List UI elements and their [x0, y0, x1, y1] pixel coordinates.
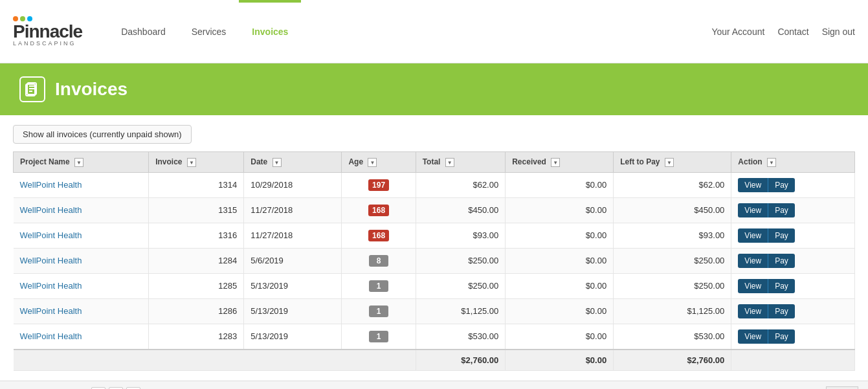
cell-total: $1,125.00 — [416, 298, 506, 324]
view-button[interactable]: View — [738, 228, 768, 243]
sort-left-to-pay[interactable]: ▼ — [665, 158, 674, 167]
action-buttons: ViewPay — [738, 230, 794, 240]
banner-icon — [19, 76, 45, 102]
logo-dot-blue — [27, 16, 32, 21]
project-link[interactable]: WellPoint Health — [20, 205, 82, 215]
cell-date: 11/27/2018 — [244, 223, 342, 248]
logo-dot-green — [20, 16, 25, 21]
sort-invoice[interactable]: ▼ — [187, 158, 196, 167]
project-link[interactable]: WellPoint Health — [20, 256, 82, 265]
age-badge: 168 — [368, 230, 389, 241]
cell-project: WellPoint Health — [14, 172, 149, 197]
sort-action[interactable]: ▼ — [767, 158, 776, 167]
action-buttons: ViewPay — [738, 205, 794, 215]
content-area: Show all invoices (currently unpaid show… — [0, 115, 868, 381]
sort-project-name[interactable]: ▼ — [74, 158, 83, 167]
col-age: Age ▼ — [342, 152, 416, 173]
totals-row: $2,760.00 $0.00 $2,760.00 — [14, 350, 855, 371]
action-buttons: ViewPay — [738, 256, 794, 265]
table-row: WellPoint Health 1314 10/29/2018 197 $62… — [14, 172, 855, 197]
cell-invoice: 1315 — [149, 197, 244, 223]
cell-left-to-pay: $62.00 — [614, 172, 731, 197]
pay-button[interactable]: Pay — [768, 228, 795, 243]
cell-action: ViewPay — [731, 172, 855, 197]
filter-invoices-button[interactable]: Show all invoices (currently unpaid show… — [13, 125, 192, 144]
table-body: WellPoint Health 1314 10/29/2018 197 $62… — [14, 172, 855, 370]
pagination-right: Page size: 10 25 50 — [781, 386, 858, 389]
totals-action-empty — [731, 350, 855, 371]
page-size-select[interactable]: 10 25 50 — [826, 386, 858, 389]
cell-invoice: 1285 — [149, 273, 244, 298]
cell-date: 5/13/2019 — [244, 273, 342, 298]
cell-left-to-pay: $1,125.00 — [614, 298, 731, 324]
cell-left-to-pay: $93.00 — [614, 223, 731, 248]
table-row: WellPoint Health 1285 5/13/2019 1 $250.0… — [14, 273, 855, 298]
pay-button[interactable]: Pay — [768, 329, 795, 344]
cell-invoice: 1284 — [149, 248, 244, 273]
your-account-link[interactable]: Your Account — [711, 27, 764, 37]
cell-project: WellPoint Health — [14, 324, 149, 350]
sign-out-link[interactable]: Sign out — [822, 27, 855, 37]
logo-dot-orange — [13, 16, 18, 21]
view-button[interactable]: View — [738, 304, 768, 318]
cell-left-to-pay: $250.00 — [614, 248, 731, 273]
logo: Pinnacle LANDSCAPING — [13, 16, 82, 47]
col-invoice: Invoice ▼ — [149, 152, 244, 173]
pay-button[interactable]: Pay — [768, 304, 795, 318]
sort-total[interactable]: ▼ — [445, 158, 454, 167]
cell-received: $0.00 — [506, 298, 614, 324]
cell-action: ViewPay — [731, 273, 855, 298]
table-row: WellPoint Health 1315 11/27/2018 168 $45… — [14, 197, 855, 223]
sort-received[interactable]: ▼ — [551, 158, 560, 167]
project-link[interactable]: WellPoint Health — [20, 306, 82, 316]
cell-received: $0.00 — [506, 248, 614, 273]
contact-link[interactable]: Contact — [777, 27, 808, 37]
nav-dashboard[interactable]: Dashboard — [108, 0, 179, 63]
pay-button[interactable]: Pay — [768, 279, 795, 293]
project-link[interactable]: WellPoint Health — [20, 230, 82, 240]
cell-project: WellPoint Health — [14, 197, 149, 223]
cell-invoice: 1286 — [149, 298, 244, 324]
pay-button[interactable]: Pay — [768, 254, 795, 268]
cell-age: 197 — [342, 172, 416, 197]
view-button[interactable]: View — [738, 178, 768, 192]
svg-rect-2 — [29, 88, 34, 89]
cell-invoice: 1314 — [149, 172, 244, 197]
logo-tagline: LANDSCAPING — [13, 41, 82, 47]
col-project-name: Project Name ▼ — [14, 152, 149, 173]
view-button[interactable]: View — [738, 254, 768, 268]
cell-received: $0.00 — [506, 273, 614, 298]
col-action: Action ▼ — [731, 152, 855, 173]
cell-action: ViewPay — [731, 248, 855, 273]
col-date: Date ▼ — [244, 152, 342, 173]
project-link[interactable]: WellPoint Health — [20, 180, 82, 190]
view-button[interactable]: View — [738, 329, 768, 344]
action-buttons: ViewPay — [738, 306, 794, 316]
pay-button[interactable]: Pay — [768, 178, 795, 192]
cell-date: 5/13/2019 — [244, 324, 342, 350]
cell-received: $0.00 — [506, 324, 614, 350]
cell-left-to-pay: $250.00 — [614, 273, 731, 298]
cell-action: ViewPay — [731, 324, 855, 350]
cell-total: $93.00 — [416, 223, 506, 248]
cell-received: $0.00 — [506, 197, 614, 223]
table-header-row: Project Name ▼ Invoice ▼ Date ▼ Age ▼ To… — [14, 152, 855, 173]
sort-date[interactable]: ▼ — [273, 158, 282, 167]
cell-project: WellPoint Health — [14, 248, 149, 273]
sort-age[interactable]: ▼ — [368, 158, 377, 167]
nav-invoices[interactable]: Invoices — [239, 0, 301, 63]
logo-name: Pinnacle — [13, 23, 82, 41]
cell-date: 5/6/2019 — [244, 248, 342, 273]
cell-action: ViewPay — [731, 197, 855, 223]
project-link[interactable]: WellPoint Health — [20, 331, 82, 341]
table-row: WellPoint Health 1316 11/27/2018 168 $93… — [14, 223, 855, 248]
totals-left-to-pay: $2,760.00 — [614, 350, 731, 371]
view-button[interactable]: View — [738, 203, 768, 217]
nav-services[interactable]: Services — [179, 0, 239, 63]
age-badge: 1 — [369, 306, 388, 317]
pay-button[interactable]: Pay — [768, 203, 795, 217]
view-button[interactable]: View — [738, 279, 768, 293]
age-badge: 197 — [368, 179, 389, 191]
project-link[interactable]: WellPoint Health — [20, 281, 82, 291]
age-badge: 8 — [369, 255, 388, 267]
